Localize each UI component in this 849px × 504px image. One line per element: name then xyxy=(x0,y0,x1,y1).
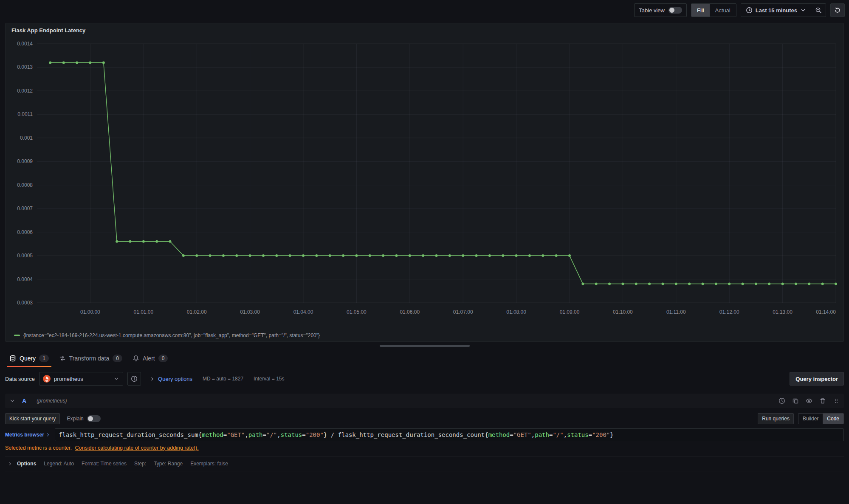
query-row-actions xyxy=(778,397,840,404)
explain-control: Explain xyxy=(67,415,100,422)
prometheus-icon xyxy=(43,375,51,383)
explain-toggle[interactable] xyxy=(87,415,101,422)
table-view-toggle[interactable] xyxy=(668,7,682,14)
svg-text:01:01:00: 01:01:00 xyxy=(133,309,153,315)
zoom-out-button[interactable] xyxy=(811,4,826,17)
svg-text:01:02:00: 01:02:00 xyxy=(187,309,207,315)
query-inspector-button[interactable]: Query inspector xyxy=(790,372,844,386)
svg-text:01:09:00: 01:09:00 xyxy=(560,309,580,315)
tab-transform-data[interactable]: Transform data 0 xyxy=(54,349,127,367)
svg-text:01:03:00: 01:03:00 xyxy=(240,309,260,315)
tab-query-label: Query xyxy=(20,355,36,362)
history-icon[interactable] xyxy=(778,397,785,404)
query-options-toggle[interactable]: Query options xyxy=(149,376,192,382)
options-exemplars-summary: Exemplars: false xyxy=(190,461,228,467)
svg-text:0.0009: 0.0009 xyxy=(17,158,33,164)
svg-text:0.0007: 0.0007 xyxy=(17,206,33,211)
actual-button[interactable]: Actual xyxy=(710,4,736,17)
chevron-down-icon[interactable] xyxy=(9,398,15,404)
eye-icon[interactable] xyxy=(806,397,812,404)
svg-text:0.001: 0.001 xyxy=(20,135,33,141)
svg-text:01:10:00: 01:10:00 xyxy=(613,309,633,315)
explain-label: Explain xyxy=(67,416,83,422)
transform-count-badge: 0 xyxy=(113,355,122,362)
panel-editor-topbar: Table view Fill Actual Last 15 minutes xyxy=(0,0,849,20)
drag-handle-icon[interactable] xyxy=(833,397,840,404)
svg-text:0.0014: 0.0014 xyxy=(17,41,33,47)
max-data-points-text: MD = auto = 1827 xyxy=(203,376,243,382)
svg-text:0.0013: 0.0013 xyxy=(17,64,33,70)
promql-editor-row: Metrics browser flask_http_request_durat… xyxy=(5,428,844,441)
svg-text:0.0004: 0.0004 xyxy=(17,276,33,282)
svg-text:0.0006: 0.0006 xyxy=(17,229,33,235)
fill-actual-group: Fill Actual xyxy=(691,3,736,17)
query-row-header[interactable]: A (prometheus) xyxy=(5,394,844,408)
chevron-down-icon xyxy=(800,7,806,13)
alert-count-badge: 0 xyxy=(158,355,168,362)
builder-button[interactable]: Builder xyxy=(798,414,823,424)
svg-text:01:07:00: 01:07:00 xyxy=(453,309,473,315)
counter-warning: Selected metric is a counter. Consider c… xyxy=(5,445,844,451)
refresh-icon xyxy=(834,7,841,14)
tab-alert-label: Alert xyxy=(143,355,155,362)
query-count-badge: 1 xyxy=(39,355,49,362)
options-step-summary: Step: xyxy=(134,461,146,467)
options-format-summary: Format: Time series xyxy=(82,461,127,467)
chevron-right-icon xyxy=(8,461,13,466)
legend-item[interactable]: {instance="ec2-184-169-216-224.us-west-1… xyxy=(10,332,839,340)
datasource-selected-value: prometheus xyxy=(54,376,83,382)
trash-icon[interactable] xyxy=(819,397,826,404)
add-rate-hint-link[interactable]: Consider calculating rate of counter by … xyxy=(75,445,199,451)
tab-query[interactable]: Query 1 xyxy=(4,349,54,367)
metrics-browser-toggle[interactable]: Metrics browser xyxy=(5,432,55,438)
run-queries-button[interactable]: Run queries xyxy=(758,413,794,424)
datasource-select[interactable]: prometheus xyxy=(39,372,123,386)
svg-text:0.0005: 0.0005 xyxy=(17,253,33,259)
svg-text:0.0003: 0.0003 xyxy=(17,300,33,306)
query-options-section: Options Legend: Auto Format: Time series… xyxy=(5,456,844,471)
database-icon xyxy=(9,355,16,362)
table-view-label: Table view xyxy=(639,7,665,14)
kick-start-query-button[interactable]: Kick start your query xyxy=(5,413,60,424)
svg-text:01:00:00: 01:00:00 xyxy=(80,309,100,315)
series-color-swatch xyxy=(14,335,20,336)
svg-text:01:12:00: 01:12:00 xyxy=(719,309,739,315)
svg-text:0.0011: 0.0011 xyxy=(17,111,33,117)
interval-text: Interval = 15s xyxy=(254,376,284,382)
datasource-row: Data source prometheus Query options MD … xyxy=(0,367,849,391)
clock-icon xyxy=(746,7,753,14)
code-button[interactable]: Code xyxy=(823,414,843,424)
options-label: Options xyxy=(17,461,36,467)
query-datasource-hint: (prometheus) xyxy=(37,398,67,404)
panel-resize-handle[interactable] xyxy=(380,345,470,347)
latency-time-series-chart[interactable]: 0.00030.00040.00050.00060.00070.00080.00… xyxy=(10,34,839,332)
svg-text:01:05:00: 01:05:00 xyxy=(347,309,367,315)
svg-text:01:14:00: 01:14:00 xyxy=(816,309,836,315)
time-range-label: Last 15 minutes xyxy=(756,7,797,14)
duplicate-icon[interactable] xyxy=(792,397,799,404)
options-type-summary: Type: Range xyxy=(154,461,183,467)
svg-text:01:13:00: 01:13:00 xyxy=(773,309,793,315)
tab-alert[interactable]: Alert 0 xyxy=(127,349,173,367)
fill-button[interactable]: Fill xyxy=(691,4,710,17)
editor-tabs: Query 1 Transform data 0 Alert 0 xyxy=(0,349,849,367)
tab-transform-label: Transform data xyxy=(69,355,109,362)
table-view-control: Table view xyxy=(634,3,687,17)
options-row[interactable]: Options Legend: Auto Format: Time series… xyxy=(8,461,841,467)
svg-text:0.0008: 0.0008 xyxy=(17,182,33,188)
query-toolbar: Kick start your query Explain Run querie… xyxy=(5,413,844,424)
time-range-picker[interactable]: Last 15 minutes xyxy=(741,4,811,17)
bell-icon xyxy=(133,355,139,362)
builder-code-group: Builder Code xyxy=(798,413,844,424)
chevron-down-icon xyxy=(113,376,119,382)
promql-query-input[interactable]: flask_http_request_duration_seconds_sum{… xyxy=(55,428,844,441)
time-controls: Last 15 minutes xyxy=(741,3,826,17)
zoom-out-icon xyxy=(815,7,822,14)
refresh-button[interactable] xyxy=(830,3,845,17)
datasource-help-button[interactable] xyxy=(127,372,141,386)
info-circle-icon xyxy=(131,375,138,382)
series-label: {instance="ec2-184-169-216-224.us-west-1… xyxy=(23,332,320,338)
chevron-right-icon xyxy=(149,376,155,382)
transform-icon xyxy=(59,355,66,362)
svg-text:01:08:00: 01:08:00 xyxy=(506,309,526,315)
